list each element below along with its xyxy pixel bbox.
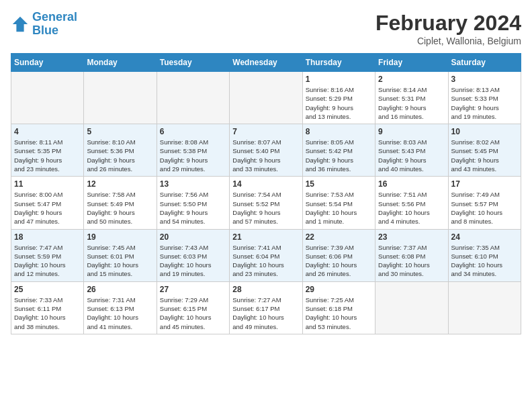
- day-number: 15: [306, 179, 372, 189]
- calendar-cell: 27Sunrise: 7:29 AM Sunset: 6:15 PM Dayli…: [157, 281, 229, 334]
- day-number: 21: [232, 232, 299, 242]
- day-number: 19: [87, 232, 153, 242]
- calendar-cell: 8Sunrise: 8:05 AM Sunset: 5:42 PM Daylig…: [302, 124, 375, 177]
- calendar-cell: 6Sunrise: 8:08 AM Sunset: 5:38 PM Daylig…: [157, 124, 229, 177]
- day-info: Sunrise: 8:10 AM Sunset: 5:36 PM Dayligh…: [87, 138, 153, 173]
- day-number: 8: [306, 127, 372, 136]
- day-info: Sunrise: 8:05 AM Sunset: 5:42 PM Dayligh…: [306, 138, 372, 173]
- calendar-cell: 28Sunrise: 7:27 AM Sunset: 6:17 PM Dayli…: [230, 281, 302, 334]
- day-info: Sunrise: 7:49 AM Sunset: 5:57 PM Dayligh…: [451, 190, 518, 226]
- logo: General Blue: [11, 11, 77, 38]
- day-number: 10: [451, 127, 518, 136]
- day-number: 7: [232, 127, 299, 136]
- day-number: 3: [451, 75, 518, 84]
- day-number: 9: [378, 127, 445, 136]
- calendar-cell: 15Sunrise: 7:53 AM Sunset: 5:54 PM Dayli…: [302, 177, 375, 229]
- location: Ciplet, Wallonia, Belgium: [375, 36, 521, 46]
- calendar-cell: 25Sunrise: 7:33 AM Sunset: 6:11 PM Dayli…: [11, 281, 84, 334]
- day-number: 26: [87, 285, 153, 294]
- calendar-cell: 1Sunrise: 8:16 AM Sunset: 5:29 PM Daylig…: [302, 72, 375, 124]
- calendar-cell: 17Sunrise: 7:49 AM Sunset: 5:57 PM Dayli…: [448, 177, 521, 229]
- col-header-saturday: Saturday: [448, 54, 521, 72]
- col-header-friday: Friday: [375, 54, 448, 72]
- day-number: 23: [378, 232, 445, 242]
- day-number: 14: [232, 179, 299, 189]
- day-info: Sunrise: 7:39 AM Sunset: 6:06 PM Dayligh…: [306, 243, 372, 279]
- page-header: General Blue February 2024 Ciplet, Wallo…: [11, 11, 521, 46]
- day-info: Sunrise: 7:33 AM Sunset: 6:11 PM Dayligh…: [14, 295, 81, 331]
- calendar-cell: 11Sunrise: 8:00 AM Sunset: 5:47 PM Dayli…: [11, 177, 84, 229]
- day-number: 2: [378, 75, 445, 84]
- logo-icon: [11, 15, 30, 34]
- day-info: Sunrise: 7:43 AM Sunset: 6:03 PM Dayligh…: [160, 243, 226, 279]
- day-number: 11: [14, 179, 81, 189]
- day-number: 22: [306, 232, 372, 242]
- calendar-cell: 16Sunrise: 7:51 AM Sunset: 5:56 PM Dayli…: [375, 177, 448, 229]
- calendar-cell: 12Sunrise: 7:58 AM Sunset: 5:49 PM Dayli…: [84, 177, 157, 229]
- day-info: Sunrise: 7:37 AM Sunset: 6:08 PM Dayligh…: [378, 243, 445, 279]
- calendar-week-row: 25Sunrise: 7:33 AM Sunset: 6:11 PM Dayli…: [11, 281, 521, 334]
- title-block: February 2024 Ciplet, Wallonia, Belgium: [375, 11, 521, 46]
- calendar-cell: [11, 72, 84, 124]
- month-year: February 2024: [375, 11, 521, 36]
- calendar-cell: 13Sunrise: 7:56 AM Sunset: 5:50 PM Dayli…: [157, 177, 229, 229]
- day-number: 20: [160, 232, 226, 242]
- col-header-monday: Monday: [84, 54, 157, 72]
- calendar-cell: 19Sunrise: 7:45 AM Sunset: 6:01 PM Dayli…: [84, 229, 157, 281]
- day-number: 16: [378, 179, 445, 189]
- day-info: Sunrise: 7:58 AM Sunset: 5:49 PM Dayligh…: [87, 190, 153, 226]
- day-number: 27: [160, 285, 226, 294]
- calendar-week-row: 4Sunrise: 8:11 AM Sunset: 5:35 PM Daylig…: [11, 124, 521, 177]
- calendar-cell: 10Sunrise: 8:02 AM Sunset: 5:45 PM Dayli…: [448, 124, 521, 177]
- calendar-cell: [375, 281, 448, 334]
- calendar-header-row: SundayMondayTuesdayWednesdayThursdayFrid…: [11, 54, 521, 72]
- col-header-thursday: Thursday: [302, 54, 375, 72]
- calendar-cell: 5Sunrise: 8:10 AM Sunset: 5:36 PM Daylig…: [84, 124, 157, 177]
- day-number: 12: [87, 179, 153, 189]
- day-info: Sunrise: 8:02 AM Sunset: 5:45 PM Dayligh…: [451, 138, 518, 173]
- calendar-cell: 7Sunrise: 8:07 AM Sunset: 5:40 PM Daylig…: [230, 124, 302, 177]
- day-info: Sunrise: 8:07 AM Sunset: 5:40 PM Dayligh…: [232, 138, 299, 173]
- col-header-sunday: Sunday: [11, 54, 84, 72]
- logo-text: General Blue: [32, 11, 77, 38]
- day-info: Sunrise: 7:29 AM Sunset: 6:15 PM Dayligh…: [160, 295, 226, 331]
- day-number: 5: [87, 127, 153, 136]
- svg-marker-0: [13, 17, 28, 32]
- calendar-week-row: 11Sunrise: 8:00 AM Sunset: 5:47 PM Dayli…: [11, 177, 521, 229]
- day-info: Sunrise: 7:56 AM Sunset: 5:50 PM Dayligh…: [160, 190, 226, 226]
- calendar-week-row: 18Sunrise: 7:47 AM Sunset: 5:59 PM Dayli…: [11, 229, 521, 281]
- calendar-cell: 9Sunrise: 8:03 AM Sunset: 5:43 PM Daylig…: [375, 124, 448, 177]
- day-number: 4: [14, 127, 81, 136]
- calendar-cell: 4Sunrise: 8:11 AM Sunset: 5:35 PM Daylig…: [11, 124, 84, 177]
- calendar-cell: 18Sunrise: 7:47 AM Sunset: 5:59 PM Dayli…: [11, 229, 84, 281]
- calendar-cell: 29Sunrise: 7:25 AM Sunset: 6:18 PM Dayli…: [302, 281, 375, 334]
- day-number: 24: [451, 232, 518, 242]
- day-info: Sunrise: 8:13 AM Sunset: 5:33 PM Dayligh…: [451, 85, 518, 121]
- calendar-cell: [448, 281, 521, 334]
- day-info: Sunrise: 7:47 AM Sunset: 5:59 PM Dayligh…: [14, 243, 81, 279]
- day-info: Sunrise: 7:45 AM Sunset: 6:01 PM Dayligh…: [87, 243, 153, 279]
- day-info: Sunrise: 8:00 AM Sunset: 5:47 PM Dayligh…: [14, 190, 81, 226]
- day-info: Sunrise: 8:03 AM Sunset: 5:43 PM Dayligh…: [378, 138, 445, 173]
- day-info: Sunrise: 7:51 AM Sunset: 5:56 PM Dayligh…: [378, 190, 445, 226]
- day-number: 28: [232, 285, 299, 294]
- calendar-week-row: 1Sunrise: 8:16 AM Sunset: 5:29 PM Daylig…: [11, 72, 521, 124]
- calendar-table: SundayMondayTuesdayWednesdayThursdayFrid…: [11, 53, 521, 334]
- day-info: Sunrise: 7:27 AM Sunset: 6:17 PM Dayligh…: [232, 295, 299, 331]
- day-info: Sunrise: 8:16 AM Sunset: 5:29 PM Dayligh…: [306, 85, 372, 121]
- day-info: Sunrise: 8:11 AM Sunset: 5:35 PM Dayligh…: [14, 138, 81, 173]
- calendar-cell: [157, 72, 229, 124]
- calendar-cell: 24Sunrise: 7:35 AM Sunset: 6:10 PM Dayli…: [448, 229, 521, 281]
- day-info: Sunrise: 7:25 AM Sunset: 6:18 PM Dayligh…: [306, 295, 372, 331]
- col-header-wednesday: Wednesday: [230, 54, 302, 72]
- calendar-cell: [84, 72, 157, 124]
- calendar-cell: 21Sunrise: 7:41 AM Sunset: 6:04 PM Dayli…: [230, 229, 302, 281]
- calendar-cell: [230, 72, 302, 124]
- calendar-cell: 20Sunrise: 7:43 AM Sunset: 6:03 PM Dayli…: [157, 229, 229, 281]
- day-number: 18: [14, 232, 81, 242]
- calendar-cell: 14Sunrise: 7:54 AM Sunset: 5:52 PM Dayli…: [230, 177, 302, 229]
- calendar-cell: 23Sunrise: 7:37 AM Sunset: 6:08 PM Dayli…: [375, 229, 448, 281]
- calendar-cell: 22Sunrise: 7:39 AM Sunset: 6:06 PM Dayli…: [302, 229, 375, 281]
- day-info: Sunrise: 7:41 AM Sunset: 6:04 PM Dayligh…: [232, 243, 299, 279]
- day-info: Sunrise: 7:53 AM Sunset: 5:54 PM Dayligh…: [306, 190, 372, 226]
